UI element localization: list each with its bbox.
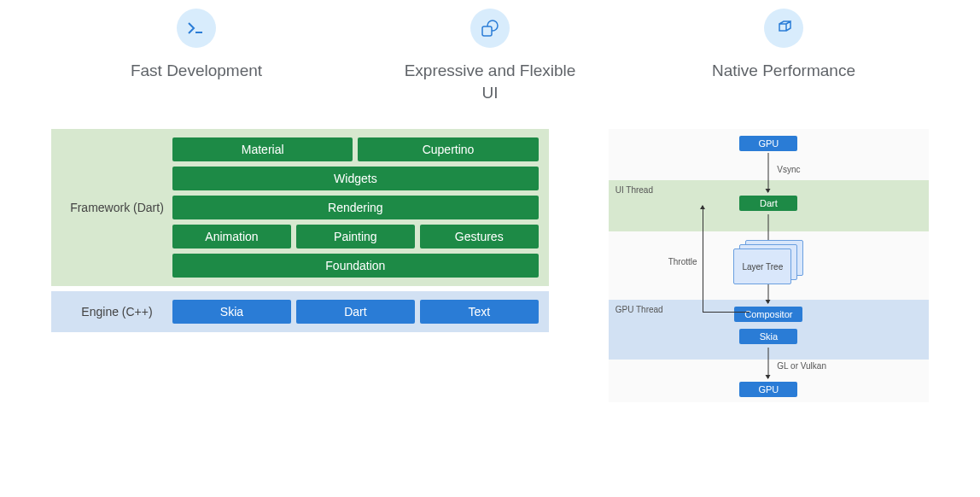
engine-rows: SkiaDartText	[172, 300, 539, 324]
engine-section: Engine (C++) SkiaDartText	[51, 291, 549, 332]
framework-section: Framework (Dart) MaterialCupertino Widge…	[51, 129, 549, 286]
layer-painting: Painting	[296, 225, 415, 248]
feature-fast-dev: Fast Development	[102, 9, 290, 103]
features-row: Fast Development Expressive and Flexible…	[0, 0, 980, 120]
layer-material: Material	[172, 137, 353, 161]
gpu-thread-label: GPU Thread	[615, 305, 663, 314]
diagrams-row: Framework (Dart) MaterialCupertino Widge…	[0, 120, 980, 402]
layer-foundation: Foundation	[172, 254, 539, 278]
layer-skia: Skia	[172, 300, 291, 324]
pipeline-gpu-top: GPU	[739, 136, 797, 151]
framework-rows: MaterialCupertino Widgets Rendering Anim…	[172, 137, 539, 278]
shapes-icon	[470, 9, 510, 48]
layer-text: Text	[420, 300, 539, 324]
framework-label: Framework (Dart)	[61, 200, 172, 215]
layer-animation: Animation	[172, 225, 291, 248]
feature-native-perf: Native Performance	[690, 9, 878, 103]
feature-title: Expressive and Flexible UI	[396, 60, 584, 103]
layer-gestures: Gestures	[420, 225, 539, 248]
throttle-arrow	[703, 206, 750, 313]
layer-dart-engine: Dart	[296, 300, 415, 324]
ui-thread-label: UI Thread	[615, 185, 653, 195]
feature-title: Fast Development	[131, 60, 262, 82]
layer-cupertino: Cupertino	[358, 137, 538, 161]
gl-vulkan-label: GL or Vulkan	[777, 361, 826, 371]
feature-flexible-ui: Expressive and Flexible UI	[396, 9, 584, 103]
terminal-icon	[177, 9, 216, 48]
arrow-icon	[768, 153, 769, 192]
cube-icon	[764, 9, 803, 48]
vsync-label: Vsync	[777, 165, 800, 174]
feature-title: Native Performance	[712, 60, 855, 82]
arrow-icon	[768, 214, 769, 243]
svg-rect-2	[482, 26, 492, 36]
layer-widgets: Widgets	[172, 167, 539, 190]
arrow-icon	[768, 284, 769, 303]
arrow-icon	[768, 348, 769, 378]
pipeline-skia: Skia	[739, 329, 797, 344]
pipeline-gpu-bottom: GPU	[739, 382, 797, 397]
pipeline-diagram: UI Thread GPU Thread GPU Vsync Dart Laye…	[609, 129, 929, 402]
layer-rendering: Rendering	[172, 196, 539, 219]
throttle-label: Throttle	[668, 257, 697, 266]
engine-label: Engine (C++)	[61, 304, 172, 319]
architecture-diagram: Framework (Dart) MaterialCupertino Widge…	[51, 129, 549, 402]
